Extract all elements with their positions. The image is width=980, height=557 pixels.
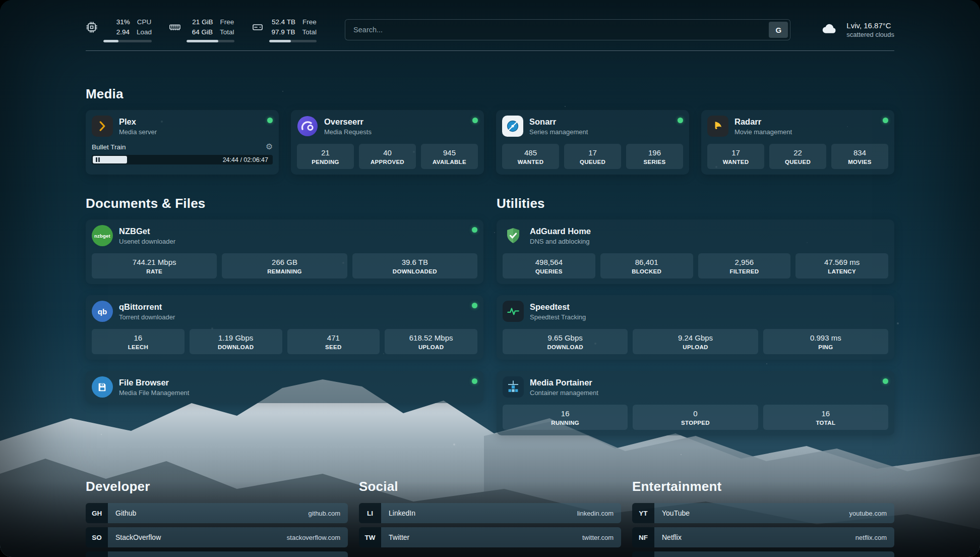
app-subtitle: Series management [529, 128, 588, 136]
nzbget-icon: nzbget [92, 225, 113, 246]
stat-total: 16TOTAL [763, 405, 888, 430]
bookmark-youtube[interactable]: YT YouTubeyoutube.com [632, 503, 894, 523]
stat-latency: 47.569 msLATENCY [795, 253, 888, 278]
search-input[interactable] [345, 19, 790, 40]
bookmark-netflix[interactable]: NF Netflixnetflix.com [632, 527, 894, 547]
stat-download: 9.65 GbpsDOWNLOAD [503, 329, 628, 354]
app-card-overseerr[interactable]: Overseerr Media Requests 21PENDING 40APP… [291, 110, 484, 175]
stat-rate: 744.21 MbpsRATE [92, 253, 217, 278]
plex-icon [92, 116, 113, 137]
twitter-icon: TW [359, 527, 381, 547]
playback-progress-bar[interactable]: 24:44 / 02:06:47 [92, 155, 273, 164]
search-engine-button[interactable]: G [769, 22, 788, 38]
weather-widget: Lviv, 16.87°C scattered clouds [819, 21, 894, 39]
entertainment-section-title: Entertainment [632, 479, 894, 494]
app-card-filebrowser[interactable]: File Browser Media File Management [86, 371, 483, 403]
app-card-nzbget[interactable]: nzbget NZBGet Usenet downloader 744.21 M… [86, 219, 483, 284]
ram-icon [169, 21, 181, 33]
memory-widget: 21 GiBFree 64 GiBTotal [169, 17, 234, 42]
filebrowser-icon [92, 376, 113, 398]
bookmark-dev[interactable]: DT DEVdev.to [86, 551, 348, 557]
documents-section-title: Documents & Files [86, 196, 483, 211]
bookmark-reddit[interactable]: RE Redditreddit.com [632, 551, 894, 557]
qbittorrent-icon: qb [92, 301, 113, 322]
app-card-qbittorrent[interactable]: qb qBittorrent Torrent downloader 16LEEC… [86, 295, 483, 360]
app-card-sonarr[interactable]: Sonarr Series management 485WANTED 17QUE… [496, 110, 689, 175]
app-name: Speedtest [530, 302, 586, 312]
app-subtitle: Media Requests [324, 128, 372, 136]
app-name: Plex [119, 117, 157, 127]
adguard-icon [503, 225, 524, 246]
app-name: AdGuard Home [530, 227, 591, 236]
stat-available: 945AVAILABLE [421, 144, 478, 169]
stat-queued: 22QUEUED [769, 144, 826, 169]
overseerr-icon [297, 116, 318, 137]
stat-wanted: 485WANTED [502, 144, 559, 169]
status-dot [472, 303, 477, 308]
cpu-load-label: Load [137, 27, 152, 37]
app-name: qBittorrent [119, 302, 175, 312]
snow-particles [0, 0, 1, 1]
app-name: Radarr [734, 117, 792, 127]
radarr-icon [707, 116, 728, 137]
section-social: Social LI LinkedInlinkedin.com TW Twitte… [359, 479, 621, 557]
stat-upload: 9.24 GbpsUPLOAD [633, 329, 758, 354]
app-card-portainer[interactable]: Media Portainer Container management 16R… [497, 371, 894, 435]
disk-free-value: 52.4 TB [269, 17, 295, 27]
header-divider [86, 50, 894, 51]
stat-queries: 498,564QUERIES [503, 253, 595, 278]
dev-icon: DT [86, 551, 108, 557]
settings-gear-icon[interactable]: ⚙ [266, 143, 273, 151]
app-subtitle: Container management [530, 389, 598, 397]
reddit-icon: RE [632, 551, 654, 557]
social-section-title: Social [359, 479, 621, 494]
stat-downloaded: 39.6 TBDOWNLOADED [352, 253, 477, 278]
app-card-adguard[interactable]: AdGuard Home DNS and adblocking 498,564Q… [497, 219, 894, 284]
bookmark-stackoverflow[interactable]: SO StackOverflowstackoverflow.com [86, 527, 348, 547]
app-subtitle: Movie management [734, 128, 792, 136]
status-dot [472, 227, 477, 233]
youtube-icon: YT [632, 503, 654, 523]
disk-total-label: Total [302, 27, 317, 37]
bookmark-linkedin[interactable]: LI LinkedInlinkedin.com [359, 503, 621, 523]
stat-remaining: 266 GBREMAINING [222, 253, 347, 278]
bookmark-twitter[interactable]: TW Twittertwitter.com [359, 527, 621, 547]
bookmark-github[interactable]: GH Githubgithub.com [86, 503, 348, 523]
section-documents: Documents & Files nzbget NZBGet Usenet d… [86, 196, 483, 435]
app-name: File Browser [119, 378, 189, 387]
app-name: NZBGet [119, 227, 175, 236]
memory-free-label: Free [220, 17, 234, 27]
cpu-widget: 31%CPU 2.94Load [86, 17, 152, 42]
cpu-percent: 31% [103, 17, 130, 27]
status-dot [883, 378, 888, 384]
speedtest-icon [503, 301, 524, 322]
section-media: Media Plex Media server [86, 86, 894, 175]
status-dot [472, 378, 477, 384]
memory-free-value: 21 GiB [187, 17, 213, 27]
portainer-icon [503, 376, 524, 398]
app-card-speedtest[interactable]: Speedtest Speedtest Tracking 9.65 GbpsDO… [497, 295, 894, 360]
section-entertainment: Entertainment YT YouTubeyoutube.com NF N… [632, 479, 894, 557]
github-icon: GH [86, 503, 108, 523]
system-metrics: 31%CPU 2.94Load 21 GiBFree 64 Gi [86, 17, 317, 42]
app-card-plex[interactable]: Plex Media server Bullet Train ⚙ 24:44 [86, 110, 279, 175]
now-playing-title: Bullet Train [92, 143, 126, 151]
status-dot [267, 118, 273, 123]
stackoverflow-icon: SO [86, 527, 108, 547]
stat-filtered: 2,956FILTERED [698, 253, 791, 278]
stat-seed: 471SEED [287, 329, 380, 354]
pause-icon[interactable] [96, 157, 100, 162]
cpu-load-value: 2.94 [103, 27, 130, 37]
disk-widget: 52.4 TBFree 97.9 TBTotal [252, 17, 317, 42]
status-dot [883, 118, 888, 123]
app-subtitle: Speedtest Tracking [530, 313, 586, 321]
cpu-label: CPU [137, 17, 152, 27]
app-name: Sonarr [529, 117, 588, 127]
app-subtitle: Torrent downloader [119, 313, 175, 321]
stat-queued: 17QUEUED [564, 144, 621, 169]
dashboard-page: 31%CPU 2.94Load 21 GiBFree 64 Gi [0, 0, 980, 557]
app-card-radarr[interactable]: Radarr Movie management 17WANTED 22QUEUE… [701, 110, 894, 175]
stat-blocked: 86,401BLOCKED [600, 253, 693, 278]
app-subtitle: Usenet downloader [119, 238, 175, 245]
cpu-progress-bar [103, 40, 152, 42]
